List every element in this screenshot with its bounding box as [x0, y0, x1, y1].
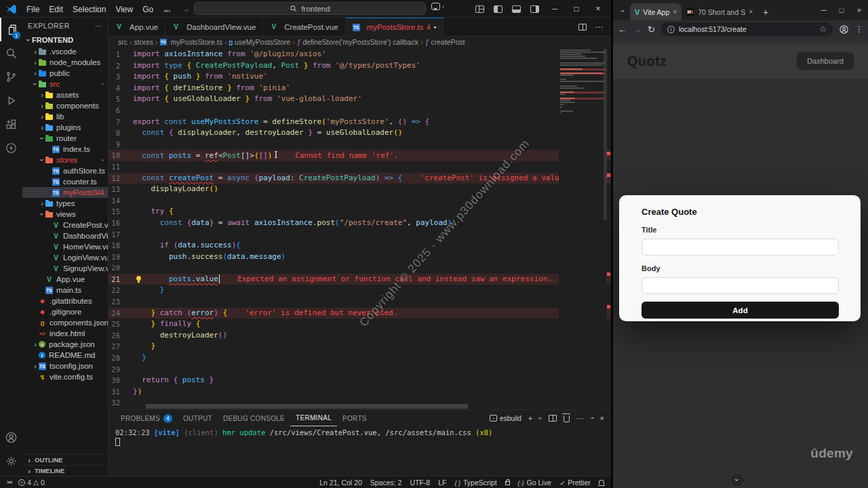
- tree-item-.vscode[interactable]: ›.vscode: [22, 46, 108, 57]
- add-button[interactable]: Add: [642, 302, 839, 319]
- breadcrumb-item[interactable]: []useMyPostsStore: [229, 38, 291, 46]
- code-line-3[interactable]: 3import { push } from 'notivue': [108, 71, 611, 83]
- tree-item-types[interactable]: ›types: [22, 198, 108, 209]
- tree-item-.gitattributes[interactable]: ◆.gitattributes: [22, 296, 108, 306]
- terminal-output[interactable]: 02:32:23 [vite] (client) hmr update /src…: [108, 426, 611, 476]
- terminal-dropdown-icon[interactable]: ›: [536, 417, 545, 420]
- code-line-4[interactable]: 4import { defineStore } from 'pinia': [108, 83, 611, 94]
- problems-status[interactable]: × 4 △ 0: [18, 479, 44, 487]
- tree-item-README.md[interactable]: iREADME.md: [22, 350, 108, 361]
- tab-DashboardView.vue[interactable]: VDashboardView.vue: [165, 18, 263, 36]
- source-control-activity-icon[interactable]: [0, 65, 22, 89]
- code-line-6[interactable]: 6: [108, 105, 611, 117]
- code-line-27[interactable]: 27 }: [108, 341, 611, 352]
- title-input[interactable]: [642, 239, 839, 256]
- nav-forward-icon[interactable]: →: [181, 4, 190, 14]
- tree-item-index.ts[interactable]: TSindex.ts: [22, 144, 108, 155]
- tab-search-icon[interactable]: ›: [616, 4, 630, 18]
- address-bar[interactable]: i localhost:5173/create ☆: [661, 22, 833, 36]
- tree-item-lib[interactable]: ›lib: [22, 111, 108, 122]
- tree-item-counter.ts[interactable]: TScounter.ts: [22, 176, 108, 187]
- minimap[interactable]: [559, 47, 606, 409]
- tree-item-main.ts[interactable]: TSmain.ts: [22, 285, 108, 296]
- tree-item-tsconfig.json[interactable]: ›TStsconfig.json: [22, 361, 108, 371]
- status-bell[interactable]: [599, 480, 604, 485]
- tree-item-components.json[interactable]: {}components.json: [22, 317, 108, 328]
- code-line-19[interactable]: 19 push.success(data.message): [108, 251, 611, 263]
- horizontal-scrollbar[interactable]: [146, 404, 468, 409]
- tree-item-views[interactable]: ›views: [22, 209, 108, 220]
- code-line-11[interactable]: 11: [108, 161, 611, 173]
- browser-tab-0[interactable]: VVite App×: [630, 3, 682, 20]
- browser-forward-icon[interactable]: →: [633, 24, 642, 35]
- customize-layout-icon[interactable]: [475, 5, 484, 13]
- status-spaces-2[interactable]: Spaces: 2: [370, 479, 402, 487]
- code-area[interactable]: 1import axiosInstance from '@/plugins/ax…: [108, 47, 611, 409]
- breadcrumb-item[interactable]: ƒcreatePost: [425, 38, 465, 46]
- code-line-5[interactable]: 5import { useGlobalLoader } from 'vue-gl…: [108, 94, 611, 105]
- status-lf[interactable]: LF: [438, 479, 446, 487]
- new-tab-icon[interactable]: +: [757, 7, 774, 18]
- panel-tab-problems[interactable]: PROBLEMS4: [115, 410, 178, 426]
- close-button[interactable]: ×: [592, 4, 604, 14]
- run-debug-activity-icon[interactable]: [0, 89, 22, 113]
- status-lock[interactable]: [505, 479, 510, 485]
- extensions-activity-icon[interactable]: [0, 113, 22, 136]
- browser-menu-icon[interactable]: ⋮: [855, 24, 863, 34]
- breadcrumb-item[interactable]: src: [118, 38, 127, 46]
- code-line-7[interactable]: 7export const useMyPostsStore = defineSt…: [108, 117, 611, 128]
- explorer-more-icon[interactable]: ⋯: [95, 22, 102, 30]
- split-terminal-icon[interactable]: [549, 415, 557, 422]
- vertical-scrollbar[interactable]: [604, 49, 607, 220]
- code-line-28[interactable]: 28 }: [108, 352, 611, 364]
- tree-item-authStore.ts[interactable]: TSauthStore.ts: [22, 165, 108, 176]
- toggle-panel-icon[interactable]: [512, 5, 521, 13]
- code-line-1[interactable]: 1import axiosInstance from '@/plugins/ax…: [108, 49, 611, 60]
- minimize-button[interactable]: ─: [549, 4, 561, 14]
- code-line-29[interactable]: 29: [108, 364, 611, 375]
- tree-item-App.vue[interactable]: VApp.vue: [22, 274, 108, 285]
- new-terminal-icon[interactable]: +: [528, 414, 532, 422]
- status-go-live[interactable]: Go Live: [518, 479, 551, 487]
- tree-item-CreatePost.vue[interactable]: VCreatePost.vue: [22, 220, 108, 230]
- panel-more-icon[interactable]: ⋯: [576, 414, 584, 423]
- code-line-9[interactable]: 9: [108, 139, 611, 150]
- workspace-root[interactable]: › FRONTEND: [22, 34, 108, 46]
- tree-item-plugins[interactable]: ›plugins: [22, 122, 108, 133]
- command-center[interactable]: frontend: [194, 2, 426, 15]
- status-typescript[interactable]: TypeScript: [454, 479, 496, 487]
- code-line-13[interactable]: 13 displayLoader(): [108, 184, 611, 195]
- close-panel-icon[interactable]: ×: [600, 414, 604, 422]
- settings-gear-icon[interactable]: [0, 449, 22, 473]
- bookmark-star-icon[interactable]: ☆: [819, 24, 827, 34]
- toggle-secondary-sidebar-icon[interactable]: [530, 5, 539, 13]
- panel-tab-terminal[interactable]: TERMINAL: [290, 410, 337, 426]
- dashboard-button[interactable]: Dashboard: [797, 52, 854, 70]
- tree-item-public[interactable]: ›public: [22, 68, 108, 79]
- remote-indicator-icon[interactable]: ><: [7, 479, 12, 485]
- search-activity-icon[interactable]: [0, 41, 22, 65]
- tree-item-vite.config.ts[interactable]: ↯vite.config.ts: [22, 371, 108, 382]
- tree-item-router[interactable]: ›router: [22, 133, 108, 144]
- tree-item-myPostsSt...[interactable]: TSmyPostsSt...4: [22, 187, 108, 198]
- code-line-8[interactable]: 8 const { displayLoader, destroyLoader }…: [108, 127, 611, 139]
- code-line-30[interactable]: 30 return { posts }: [108, 375, 611, 386]
- maximize-panel-icon[interactable]: ›: [588, 417, 596, 420]
- code-line-15[interactable]: 15 try {: [108, 206, 611, 218]
- lightbulb-icon[interactable]: [136, 276, 141, 281]
- tree-item-package.json[interactable]: ›npackage.json: [22, 339, 108, 350]
- tree-item-node_modules[interactable]: ›node_modules: [22, 57, 108, 68]
- scroll-down-button[interactable]: ›: [730, 472, 745, 487]
- copilot-icon[interactable]: ›: [431, 3, 444, 10]
- code-line-21[interactable]: 21 posts.valueExpected an assignment or …: [108, 274, 611, 285]
- code-line-14[interactable]: 14: [108, 195, 611, 207]
- browser-back-icon[interactable]: ←: [618, 24, 627, 35]
- tree-item-index.html[interactable]: <>index.html: [22, 328, 108, 339]
- tree-item-DashboardView...[interactable]: VDashboardView...: [22, 230, 108, 241]
- section-timeline[interactable]: ›TIMELINE: [22, 465, 108, 476]
- tree-item-src[interactable]: ›src●: [22, 79, 108, 89]
- code-line-20[interactable]: 20: [108, 262, 611, 274]
- code-line-17[interactable]: 17: [108, 229, 611, 241]
- tab-close-icon[interactable]: ×: [673, 8, 677, 16]
- breadcrumb-item[interactable]: TSmyPostsStore.ts: [160, 38, 222, 46]
